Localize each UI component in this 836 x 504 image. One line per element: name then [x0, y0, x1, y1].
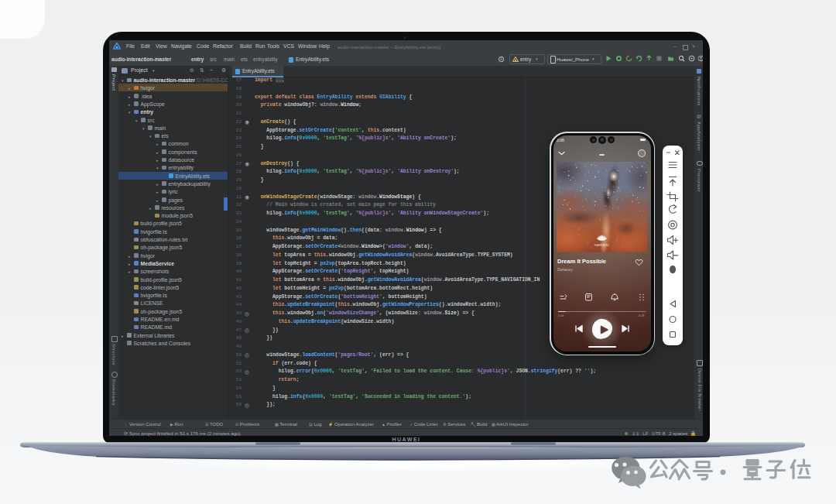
svg-text:HUAWEI MUSIC: HUAWEI MUSIC [594, 244, 609, 247]
